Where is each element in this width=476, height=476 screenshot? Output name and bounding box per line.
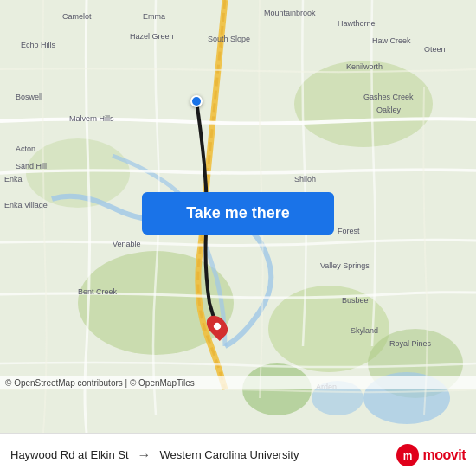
svg-text:Echo Hills: Echo Hills (21, 41, 56, 49)
svg-text:Royal Pines: Royal Pines (389, 339, 432, 348)
map-attribution: © OpenStreetMap contributors | © OpenMap… (0, 376, 476, 389)
take-me-there-button[interactable]: Take me there (142, 192, 334, 235)
svg-text:Malvern Hills: Malvern Hills (69, 114, 114, 123)
svg-text:South Slope: South Slope (208, 35, 250, 43)
svg-text:Haw Creek: Haw Creek (372, 36, 411, 45)
svg-text:Kenilworth: Kenilworth (346, 62, 383, 71)
svg-text:Oakley: Oakley (376, 106, 402, 114)
svg-text:Skyland: Skyland (351, 326, 378, 335)
svg-point-1 (294, 61, 433, 147)
svg-text:Busbee: Busbee (342, 296, 369, 305)
moovit-logo-icon: m (396, 443, 420, 467)
svg-text:Enka Village: Enka Village (4, 201, 48, 209)
svg-text:Mountainbrook: Mountainbrook (264, 9, 316, 17)
svg-text:Oteen: Oteen (424, 45, 446, 54)
destination-label: Western Carolina University (160, 448, 299, 461)
moovit-text: moovit (423, 447, 466, 463)
svg-text:Forest: Forest (338, 227, 360, 235)
svg-text:m: m (402, 450, 412, 462)
origin-label: Haywood Rd at Elkin St (10, 448, 129, 461)
svg-text:Sand Hill: Sand Hill (16, 162, 47, 170)
svg-text:Shiloh: Shiloh (294, 175, 316, 183)
origin-pin (190, 95, 203, 107)
svg-text:Acton: Acton (16, 145, 35, 153)
svg-text:Gashes Creek: Gashes Creek (363, 93, 414, 101)
map-container[interactable]: Camelot Emma Mountainbrook Hawthorne Haw… (0, 0, 476, 433)
svg-text:Boswell: Boswell (16, 93, 42, 101)
svg-text:Emma: Emma (143, 12, 165, 21)
arrow-icon: → (138, 447, 151, 463)
svg-text:Enka: Enka (4, 175, 23, 183)
svg-text:Hazel Green: Hazel Green (130, 32, 174, 41)
svg-text:Camelot: Camelot (62, 12, 92, 21)
svg-text:Bent Creek: Bent Creek (78, 287, 118, 296)
svg-text:Valley Springs: Valley Springs (320, 261, 370, 270)
moovit-logo: m moovit (396, 443, 466, 467)
bottom-bar: Haywood Rd at Elkin St → Western Carolin… (0, 433, 476, 476)
destination-pin (209, 314, 226, 338)
svg-text:Hawthorne: Hawthorne (338, 19, 376, 28)
svg-text:Venable: Venable (113, 240, 141, 248)
